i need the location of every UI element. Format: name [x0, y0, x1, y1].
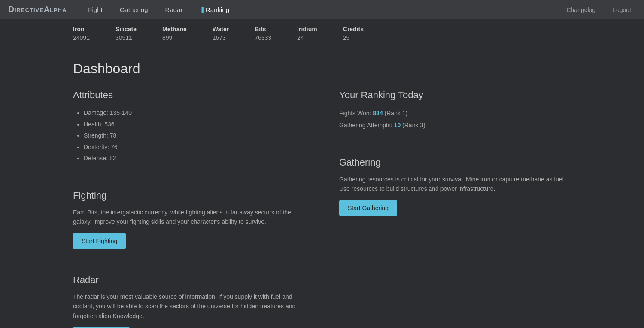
ranking-fights-won: Fights Won: 884 (Rank 1): [339, 107, 571, 119]
ranking-title: Your Ranking Today: [339, 90, 571, 101]
right-column: Your Ranking Today Fights Won: 884 (Rank…: [339, 90, 571, 328]
radar-description: The radar is your most valuable source o…: [73, 292, 305, 321]
start-gathering-button[interactable]: Start Gathering: [339, 200, 397, 216]
ranking-gathering-attempts: Gathering Attempts: 10 (Rank 3): [339, 119, 571, 131]
gathering-section: Gathering Gathering resources is critica…: [339, 157, 571, 216]
bar-chart-icon: ▐: [200, 7, 204, 13]
ranking-section: Your Ranking Today Fights Won: 884 (Rank…: [339, 90, 571, 131]
nav-radar[interactable]: Radar: [157, 0, 191, 19]
nav-ranking[interactable]: ▐ Ranking: [191, 0, 238, 19]
gathering-title: Gathering: [339, 157, 571, 168]
resource-bits: Bits 76333: [255, 26, 271, 41]
resource-credits: Credits 25: [343, 26, 364, 41]
nav-gathering[interactable]: Gathering: [111, 0, 157, 19]
nav-fight[interactable]: Fight: [79, 0, 111, 19]
resource-iridium: Iridium 24: [297, 26, 317, 41]
gathering-description: Gathering resources is critical for your…: [339, 175, 571, 194]
resource-silicate: Silicate 30511: [115, 26, 137, 41]
start-fighting-button[interactable]: Start Fighting: [73, 233, 126, 249]
radar-title: Radar: [73, 274, 305, 286]
ranking-details: Fights Won: 884 (Rank 1) Gathering Attem…: [339, 107, 571, 131]
attribute-damage: Damage: 135-140: [84, 107, 305, 119]
brand-title: DirectiveAlpha: [4, 5, 71, 14]
navbar: DirectiveAlpha Fight Gathering Radar ▐ R…: [0, 0, 644, 19]
nav-logout[interactable]: Logout: [604, 0, 640, 19]
attributes-title: Attributes: [73, 90, 305, 101]
nav-right: Changelog Logout: [558, 0, 640, 19]
main-content: Dashboard Attributes Damage: 135-140 Hea…: [0, 48, 644, 328]
attributes-section: Attributes Damage: 135-140 Health: 536 S…: [73, 90, 305, 164]
attributes-list: Damage: 135-140 Health: 536 Strength: 78…: [73, 107, 305, 164]
fighting-section: Fighting Earn Bits, the intergalactic cu…: [73, 190, 305, 249]
page-title: Dashboard: [73, 61, 571, 77]
resource-water: Water 1673: [213, 26, 229, 41]
left-column: Attributes Damage: 135-140 Health: 536 S…: [73, 90, 305, 328]
attribute-health: Health: 536: [84, 119, 305, 130]
resources-bar: Iron 24091 Silicate 30511 Methane 899 Wa…: [0, 19, 644, 48]
dashboard-grid: Attributes Damage: 135-140 Health: 536 S…: [73, 90, 571, 328]
resource-iron: Iron 24091: [73, 26, 90, 41]
resource-methane: Methane 899: [162, 26, 187, 41]
radar-section: Radar The radar is your most valuable so…: [73, 274, 305, 328]
attribute-strength: Strength: 78: [84, 130, 305, 141]
attribute-dexterity: Dexterity: 76: [84, 141, 305, 153]
fighting-title: Fighting: [73, 190, 305, 201]
attribute-defense: Defense: 82: [84, 153, 305, 164]
fighting-description: Earn Bits, the intergalactic currency, w…: [73, 208, 305, 227]
nav-links: Fight Gathering Radar ▐ Ranking: [79, 0, 558, 19]
nav-changelog[interactable]: Changelog: [558, 0, 604, 19]
